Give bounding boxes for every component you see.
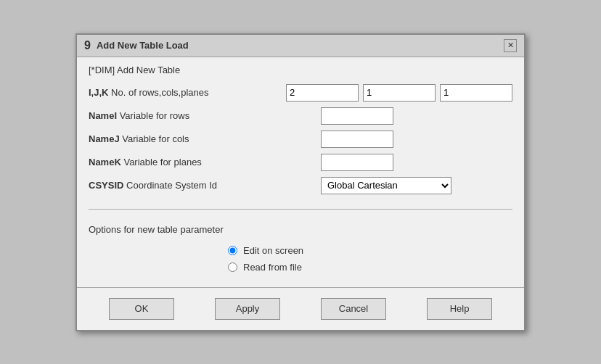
input-namek[interactable]: [321, 154, 393, 171]
input-j[interactable]: [363, 84, 436, 102]
radio-label-edit: Edit on screen: [243, 245, 303, 256]
dialog-title: Add New Table Load: [97, 40, 189, 51]
button-bar: OK Apply Cancel Help: [77, 287, 524, 330]
label-namek: NameK Variable for planes: [89, 157, 321, 167]
form-row-namei: NameI Variable for rows: [89, 107, 512, 125]
label-namej: NameJ Variable for cols: [89, 133, 321, 144]
inputs-namek: [321, 154, 393, 171]
radio-read-from-file[interactable]: [228, 262, 237, 272]
radio-edit-on-screen[interactable]: [228, 246, 237, 255]
input-namei[interactable]: [321, 107, 393, 125]
label-text-csysid: Coordinate System Id: [126, 180, 217, 191]
label-code-namei: NameI: [89, 110, 117, 121]
input-namej[interactable]: [321, 131, 393, 148]
help-button[interactable]: Help: [427, 298, 492, 320]
label-csysid: CSYSID Coordinate System Id: [89, 180, 321, 191]
ok-button[interactable]: OK: [109, 298, 174, 320]
label-text-ijk: No. of rows,cols,planes: [111, 87, 208, 98]
form-row-csysid: CSYSID Coordinate System Id Global Carte…: [89, 177, 512, 194]
radio-label-file: Read from file: [243, 262, 302, 273]
inputs-namej: [321, 131, 393, 148]
select-csysid[interactable]: Global Cartesian Local Cartesian Cylindr…: [321, 177, 451, 194]
form-row-namek: NameK Variable for planes: [89, 154, 512, 171]
cancel-button[interactable]: Cancel: [321, 298, 386, 320]
label-code-namej: NameJ: [89, 133, 120, 144]
radio-row-file: Read from file: [228, 262, 373, 273]
label-text-namei: Variable for rows: [120, 110, 190, 121]
label-text-namek: Variable for planes: [123, 157, 201, 167]
form-section: I,J,K No. of rows,cols,planes NameI Vari…: [89, 84, 512, 210]
dialog-content: [*DIM] Add New Table I,J,K No. of rows,c…: [77, 57, 524, 287]
input-i[interactable]: [286, 84, 359, 102]
close-button[interactable]: ✕: [504, 39, 517, 52]
radio-group: Edit on screen Read from file: [89, 245, 512, 273]
apply-button[interactable]: Apply: [215, 298, 280, 320]
inputs-namei: [321, 107, 393, 125]
add-new-table-dialog: 9 Add New Table Load ✕ [*DIM] Add New Ta…: [75, 33, 526, 331]
title-bar-left: 9 Add New Table Load: [84, 39, 189, 52]
label-code-csysid: CSYSID: [89, 180, 123, 191]
label-code-ijk: I,J,K: [89, 87, 108, 98]
label-namei: NameI Variable for rows: [89, 110, 321, 121]
dialog-subtitle: [*DIM] Add New Table: [89, 65, 512, 75]
inputs-csysid: Global Cartesian Local Cartesian Cylindr…: [321, 177, 451, 194]
options-section: Options for new table parameter Edit on …: [89, 218, 512, 280]
radio-row-edit: Edit on screen: [228, 245, 373, 256]
form-row-namej: NameJ Variable for cols: [89, 131, 512, 148]
inputs-ijk: [286, 84, 512, 102]
title-bar: 9 Add New Table Load ✕: [77, 35, 524, 57]
options-title: Options for new table parameter: [89, 224, 512, 235]
app-icon: 9: [84, 39, 91, 52]
label-text-namej: Variable for cols: [122, 133, 189, 144]
label-ijk: I,J,K No. of rows,cols,planes: [89, 87, 286, 98]
input-k[interactable]: [440, 84, 512, 102]
label-code-namek: NameK: [89, 157, 121, 167]
form-row-ijk: I,J,K No. of rows,cols,planes: [89, 84, 512, 102]
